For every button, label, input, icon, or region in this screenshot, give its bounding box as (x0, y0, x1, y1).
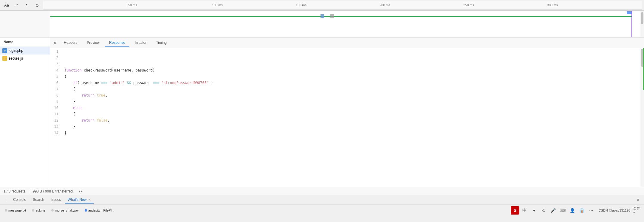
line-number: 3 (50, 61, 62, 67)
code-viewer[interactable]: 1234function checkPassword(username, pas… (50, 48, 644, 187)
whats-new-close[interactable]: × (89, 198, 91, 201)
table-row: 12 return false; (50, 117, 644, 123)
ruler-150ms: 150 ms (295, 1, 306, 9)
chinese-input-icon[interactable]: 中 (520, 206, 529, 215)
task-dot-morse (51, 209, 54, 212)
network-request-block-2 (330, 14, 334, 18)
bottom-tabs-more[interactable]: ⋮ (2, 196, 10, 204)
taskbar-adkme[interactable]: adkme (30, 208, 48, 213)
devtools-close-button[interactable]: × (634, 196, 642, 204)
line-code: return true; (62, 92, 644, 98)
file-name-login-php: login.php (9, 49, 23, 53)
file-item-login-php[interactable]: P login.php (0, 47, 50, 55)
reload-button[interactable]: ↻ (23, 1, 31, 10)
keyboard-icon[interactable]: ⌨ (558, 206, 567, 215)
line-code: } (62, 130, 644, 136)
line-number: 12 (50, 117, 62, 123)
taskbar-label-morse: morse_chal.wav (55, 209, 78, 212)
table-row: 13 } (50, 123, 644, 130)
status-bar: 1 / 3 requests 998 B / 998 B transferred… (0, 187, 644, 195)
line-number: 5 (50, 73, 62, 80)
tab-response[interactable]: Response (105, 39, 129, 47)
code-scrollbar-minimap (643, 48, 644, 90)
status-divider (29, 189, 29, 194)
line-code: return false; (62, 117, 644, 123)
ruler-200ms: 200 ms (378, 1, 390, 9)
line-number: 13 (50, 123, 62, 130)
skin-icon[interactable]: 👔 (578, 206, 586, 215)
table-row: 9 } (50, 98, 644, 105)
bottom-tabs-bar: ⋮ Console Search Issues What's New × × (0, 195, 644, 205)
tab-preview[interactable]: Preview (83, 39, 104, 47)
taskbar-message-txt[interactable]: message.txt (2, 208, 28, 213)
line-number: 10 (50, 105, 62, 111)
line-code: { (62, 73, 644, 80)
file-name-secure-js: secure.js (9, 56, 23, 60)
line-number: 11 (50, 111, 62, 117)
fullscreen-button[interactable]: 全屏 ≡ (633, 206, 642, 215)
line-code: { (62, 86, 644, 92)
code-table: 1234function checkPassword(username, pas… (50, 48, 644, 136)
cancel-button[interactable]: ⊘ (33, 1, 41, 10)
table-row: 14} (50, 130, 644, 136)
line-number: 6 (50, 80, 62, 86)
task-dot-audacity (85, 209, 87, 212)
line-code (62, 55, 644, 61)
taskbar-label-audacity: audacity - FilePl... (88, 209, 114, 212)
line-number: 7 (50, 86, 62, 92)
table-row: 11 { (50, 111, 644, 117)
bottom-tab-search[interactable]: Search (30, 196, 47, 204)
more-icon[interactable]: ⋯ (587, 206, 595, 215)
regex-button[interactable]: .* (13, 1, 21, 10)
taskbar: message.txt adkme morse_chal.wav audacit… (0, 205, 644, 215)
taskbar-right-icons: S 中 ♦ ☺ 🎤 ⌨ 👤 👔 ⋯ CSDN @aoao331198 全屏 ≡ (511, 206, 642, 215)
table-row: 4function checkPassword(username, passwo… (50, 67, 644, 73)
main-panel: Name P login.php J secure.js × Headers P… (0, 38, 644, 187)
table-row: 7 { (50, 86, 644, 92)
data-transferred: 998 B / 998 B transferred (33, 189, 73, 193)
line-code: } (62, 123, 644, 130)
ruler-250ms: 250 ms (462, 1, 474, 9)
bottom-tab-whats-new[interactable]: What's New × (65, 196, 94, 204)
tab-headers[interactable]: Headers (60, 39, 81, 47)
bottom-tab-issues[interactable]: Issues (48, 196, 64, 204)
timeline-scrollbar-thumb[interactable] (641, 12, 643, 24)
timeline-scrollbar[interactable] (640, 11, 644, 37)
task-dot-message (5, 209, 7, 212)
taskbar-audacity[interactable]: audacity - FilePl... (82, 208, 117, 213)
aa-button[interactable]: Aa (2, 1, 11, 10)
bottom-tab-console[interactable]: Console (10, 196, 29, 204)
line-number: 4 (50, 67, 62, 73)
close-panel-button[interactable]: × (51, 39, 58, 46)
tabs-bar: × Headers Preview Response Initiator Tim… (50, 38, 644, 48)
punctuation-icon[interactable]: ♦ (530, 206, 538, 215)
line-code: { (62, 111, 644, 117)
line-code: } (62, 98, 644, 105)
sogou-logo[interactable]: S (511, 206, 519, 215)
ruler-50ms: 50 ms (127, 1, 137, 9)
format-button[interactable]: {} (76, 188, 85, 195)
line-number: 2 (50, 55, 62, 61)
account-icon[interactable]: 👤 (568, 206, 576, 215)
line-code: else (62, 105, 644, 111)
code-scrollbar-track[interactable] (640, 48, 644, 187)
request-count: 1 / 3 requests (4, 189, 25, 193)
line-number: 8 (50, 92, 62, 98)
top-toolbar: Aa .* ↻ ⊘ 50 ms 100 ms 150 ms 200 ms 250… (0, 0, 644, 11)
table-row: 5{ (50, 73, 644, 80)
table-row: 6 if( username === 'admin' && password =… (50, 80, 644, 86)
file-item-secure-js[interactable]: J secure.js (0, 55, 50, 62)
tab-timing[interactable]: Timing (152, 39, 171, 47)
table-row: 3 (50, 61, 644, 67)
file-list: Name P login.php J secure.js (0, 38, 50, 187)
emoji-icon[interactable]: ☺ (539, 206, 548, 215)
table-row: 8 return true; (50, 92, 644, 98)
timeline-body (0, 11, 644, 38)
taskbar-label-message: message.txt (8, 209, 26, 212)
line-code (62, 48, 644, 55)
taskbar-morse-wav[interactable]: morse_chal.wav (49, 208, 81, 213)
microphone-icon[interactable]: 🎤 (549, 206, 557, 215)
js-file-icon: J (2, 56, 7, 61)
network-request-block-1 (321, 14, 324, 18)
tab-initiator[interactable]: Initiator (131, 39, 151, 47)
